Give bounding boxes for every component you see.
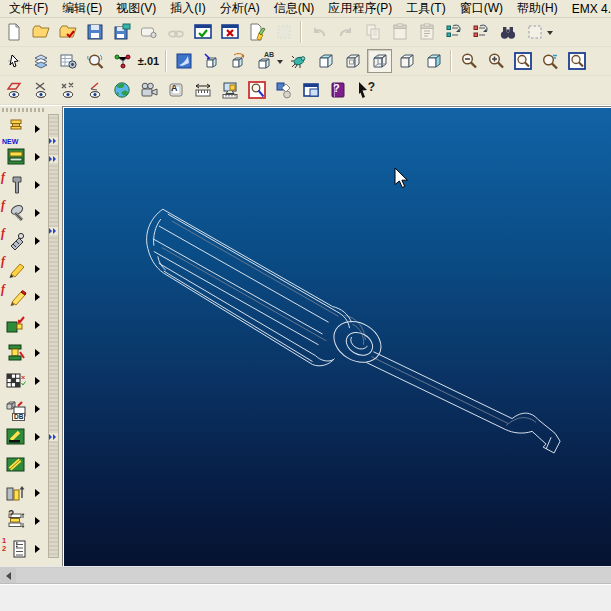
menu-insert[interactable]: 插入(I): [163, 0, 212, 18]
scroll-left-button[interactable]: [0, 568, 16, 583]
scroll-chevron-icon[interactable]: [49, 227, 58, 235]
menu-edit[interactable]: 编辑(E): [55, 0, 109, 18]
datum-refs-button[interactable]: [109, 49, 134, 73]
csys-display-button[interactable]: [82, 78, 107, 102]
emx-moldbase-query-button[interactable]: ?: [0, 507, 48, 535]
emx-ejector-pin-button[interactable]: f: [0, 255, 48, 283]
zoom-box-button[interactable]: [510, 49, 535, 73]
save-button[interactable]: [82, 20, 107, 44]
wireframe-button[interactable]: [367, 49, 392, 73]
flyout-arrow-icon: [35, 405, 40, 413]
point-display-button[interactable]: [55, 78, 80, 102]
menu-help[interactable]: 帮助(H): [510, 0, 565, 18]
menu-view[interactable]: 视图(V): [109, 0, 163, 18]
regenerate-custom-button[interactable]: [468, 20, 493, 44]
emx-height-adjust-button[interactable]: [0, 479, 48, 507]
measure-button[interactable]: [190, 78, 215, 102]
emx-screw-button[interactable]: f: [0, 227, 48, 255]
scroll-chevron-icon[interactable]: [49, 155, 58, 163]
redo-button[interactable]: [333, 20, 358, 44]
toolbar-separator: [165, 50, 167, 72]
menu-applications[interactable]: 应用程序(P): [321, 0, 399, 18]
layers-button[interactable]: [28, 49, 53, 73]
zoom-edge-button[interactable]: [564, 49, 589, 73]
emx-runner-button[interactable]: [0, 423, 48, 451]
hidden-line-button[interactable]: [340, 49, 365, 73]
view-capture-button[interactable]: [55, 49, 80, 73]
shading-button[interactable]: [313, 49, 338, 73]
open-session-button[interactable]: [55, 20, 80, 44]
model-size-button[interactable]: [217, 78, 242, 102]
web-browser-button[interactable]: [109, 78, 134, 102]
scroll-chevron-icon[interactable]: [49, 433, 58, 441]
refit-button[interactable]: [537, 49, 562, 73]
model-player-button[interactable]: [136, 78, 161, 102]
regenerate-button[interactable]: [441, 20, 466, 44]
emx-slide-button[interactable]: [0, 451, 48, 479]
close-window-button[interactable]: [217, 20, 242, 44]
graphics-viewport[interactable]: [62, 106, 611, 566]
saved-views-button[interactable]: AB: [252, 49, 277, 73]
tolerance-button[interactable]: ±.01: [136, 49, 161, 73]
spin-zoom-button[interactable]: [82, 49, 107, 73]
scrollbar-track[interactable]: [16, 568, 611, 583]
menu-window[interactable]: 窗口(W): [453, 0, 510, 18]
scroll-chevron-icon[interactable]: [49, 137, 58, 145]
edit-properties-button[interactable]: [244, 20, 269, 44]
flyout-arrow-icon: [35, 153, 40, 161]
axis-display-button[interactable]: [28, 78, 53, 102]
notes-button[interactable]: [271, 20, 296, 44]
emx-press-button[interactable]: [0, 339, 48, 367]
send-model-button[interactable]: [136, 20, 161, 44]
component-ops-button[interactable]: [271, 78, 296, 102]
sidebar-scroll-strip[interactable]: [48, 114, 59, 558]
new-file-button[interactable]: [1, 20, 26, 44]
save-copy-button[interactable]: [109, 20, 134, 44]
link-button[interactable]: [163, 20, 188, 44]
menu-info[interactable]: 信息(N): [267, 0, 322, 18]
emx-database-button[interactable]: DB: [0, 395, 48, 423]
select-items-button[interactable]: [1, 49, 26, 73]
flyout-arrow-icon: [35, 209, 40, 217]
paste-special-button[interactable]: [414, 20, 439, 44]
emx-moldbase-button[interactable]: [0, 143, 48, 171]
annotation-button[interactable]: A: [163, 78, 188, 102]
emx-sprue-bushing-button[interactable]: f: [0, 283, 48, 311]
menu-analysis[interactable]: 分析(A): [213, 0, 267, 18]
find-button[interactable]: [495, 20, 520, 44]
datum-plane-display-button[interactable]: [1, 78, 26, 102]
help-center-button[interactable]: ?: [325, 78, 350, 102]
zoom-in-button[interactable]: [483, 49, 508, 73]
sidebar-grip[interactable]: [2, 108, 46, 112]
no-hidden-button[interactable]: [394, 49, 419, 73]
paste-button[interactable]: [387, 20, 412, 44]
flyout-arrow-icon: [35, 545, 40, 553]
emx-insert-component-button[interactable]: f: [0, 171, 48, 199]
spin-center-button[interactable]: [286, 49, 311, 73]
menu-tools[interactable]: 工具(T): [399, 0, 452, 18]
activate-window-button[interactable]: [190, 20, 215, 44]
zoom-out-button[interactable]: [456, 49, 481, 73]
emx-screw-head-button[interactable]: f: [0, 199, 48, 227]
object-info-button[interactable]: [244, 78, 269, 102]
emx-mold-machine-button[interactable]: [0, 311, 48, 339]
orient-view-button[interactable]: [198, 49, 223, 73]
emx-new-project-button[interactable]: NEW: [0, 115, 48, 143]
screwdriver-wireframe: [63, 107, 611, 566]
undo-button[interactable]: [306, 20, 331, 44]
context-help-button[interactable]: ?: [352, 78, 377, 102]
repaint-button[interactable]: [171, 49, 196, 73]
open-file-button[interactable]: [28, 20, 53, 44]
dropdown-caret-icon: [547, 31, 553, 35]
horizontal-scrollbar[interactable]: [0, 566, 611, 584]
enhanced-shade-button[interactable]: [421, 49, 446, 73]
menu-emx[interactable]: EMX 4.0: [565, 1, 611, 17]
view-manager-button[interactable]: [225, 49, 250, 73]
copy-button[interactable]: [360, 20, 385, 44]
select-filter-button[interactable]: [522, 20, 547, 44]
emx-pattern-button[interactable]: [0, 367, 48, 395]
toolbar-row-3: A??: [0, 76, 611, 105]
new-window-button[interactable]: [298, 78, 323, 102]
emx-bom-button[interactable]: 1 2: [0, 535, 48, 563]
menu-file[interactable]: 文件(F): [2, 0, 55, 18]
